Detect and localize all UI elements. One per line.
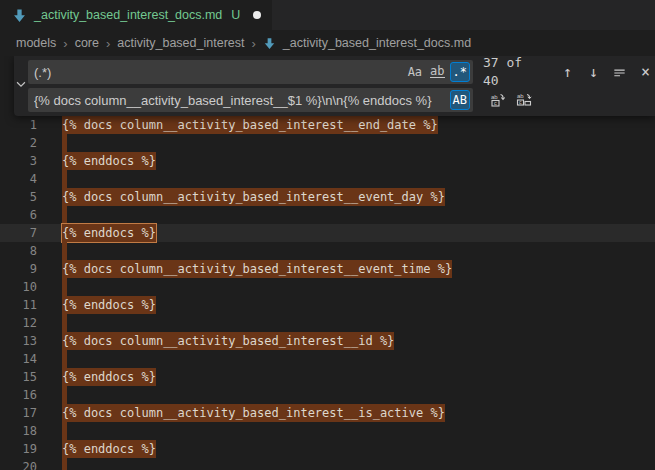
find-replace-widget: Aa ab .* 37 of 40 ↑ ↓ × <box>14 56 655 116</box>
line-number: 9 <box>0 260 37 278</box>
search-match: {% enddocs %} <box>62 440 156 458</box>
replace-icon: ab c <box>490 92 506 108</box>
find-input-box: Aa ab .* <box>28 60 473 84</box>
line-number: 16 <box>0 386 37 404</box>
editor-pane[interactable]: Aa ab .* 37 of 40 ↑ ↓ × <box>0 56 655 470</box>
line-number: 11 <box>0 296 37 314</box>
editor-line[interactable]: 15{% enddocs %} <box>0 368 655 386</box>
markdown-file-icon <box>263 37 276 50</box>
previous-match-button[interactable]: ↑ <box>556 61 579 83</box>
tab-title: _activity_based_interest_docs.md <box>34 8 222 22</box>
line-number: 8 <box>0 242 37 260</box>
line-content <box>62 170 67 188</box>
editor-line[interactable]: 13{% docs column__activity_based_interes… <box>0 332 655 350</box>
line-content <box>62 134 67 152</box>
search-match-empty <box>62 386 67 404</box>
preserve-case-toggle[interactable]: AB <box>450 90 470 110</box>
search-match: {% docs column__activity_based_interest_… <box>62 188 445 206</box>
search-match: {% docs column__activity_based_interest_… <box>62 404 445 422</box>
line-content <box>62 458 67 470</box>
search-match: {% docs column__activity_based_interest_… <box>62 332 394 350</box>
replace-input[interactable] <box>34 93 448 108</box>
editor-line[interactable]: 8 <box>0 242 655 260</box>
chevron-right-icon: › <box>63 36 67 51</box>
line-content: {% docs column__activity_based_interest_… <box>62 404 445 422</box>
search-match-empty <box>62 278 67 296</box>
find-input[interactable] <box>34 65 403 80</box>
line-number: 15 <box>0 368 37 386</box>
editor-line[interactable]: 19{% enddocs %} <box>0 440 655 458</box>
search-match-empty <box>62 422 67 440</box>
editor-line[interactable]: 16 <box>0 386 655 404</box>
line-content: {% docs column__activity_based_interest_… <box>62 188 445 206</box>
match-count: 37 of 40 <box>483 56 545 90</box>
search-match: {% docs column__activity_based_interest_… <box>62 260 452 278</box>
editor-line[interactable]: 17{% docs column__activity_based_interes… <box>0 404 655 422</box>
search-match-empty <box>62 170 67 188</box>
editor-tab[interactable]: _activity_based_interest_docs.md U <box>0 0 272 30</box>
editor-line[interactable]: 6 <box>0 206 655 224</box>
line-number: 4 <box>0 170 37 188</box>
line-content <box>62 242 67 260</box>
line-content: {% docs column__activity_based_interest_… <box>62 332 394 350</box>
svg-text:ab: ab <box>491 94 498 100</box>
editor-line[interactable]: 4 <box>0 170 655 188</box>
editor-line[interactable]: 20 <box>0 458 655 470</box>
editor-line[interactable]: 14 <box>0 350 655 368</box>
line-number: 1 <box>0 116 37 134</box>
match-case-toggle[interactable]: Aa <box>405 62 425 82</box>
line-number: 7 <box>0 224 37 242</box>
selection-lines-icon <box>612 65 627 80</box>
close-find-widget-button[interactable]: × <box>634 61 655 83</box>
whole-word-toggle[interactable]: ab <box>427 62 447 82</box>
breadcrumb-item-core[interactable]: core <box>75 36 99 50</box>
line-content: {% docs column__activity_based_interest_… <box>62 116 438 134</box>
toggle-replace-button[interactable] <box>14 60 28 112</box>
modified-dot-icon[interactable] <box>253 11 261 19</box>
line-number: 13 <box>0 332 37 350</box>
breadcrumb-item-file[interactable]: _activity_based_interest_docs.md <box>283 36 471 50</box>
replace-button[interactable]: ab c <box>486 89 509 111</box>
line-content <box>62 206 67 224</box>
next-match-button[interactable]: ↓ <box>582 61 605 83</box>
editor-line[interactable]: 5{% docs column__activity_based_interest… <box>0 188 655 206</box>
tab-bar: _activity_based_interest_docs.md U <box>0 0 655 30</box>
search-match: {% enddocs %} <box>62 368 156 386</box>
line-content: {% enddocs %} <box>62 440 156 458</box>
line-number: 18 <box>0 422 37 440</box>
current-search-match: {% enddocs %} <box>62 224 156 242</box>
breadcrumb-item-models[interactable]: models <box>16 36 56 50</box>
editor-line[interactable]: 10 <box>0 278 655 296</box>
line-content: {% enddocs %} <box>62 368 156 386</box>
line-number: 5 <box>0 188 37 206</box>
svg-text:ab: ab <box>517 93 524 99</box>
breadcrumb: models › core › activity_based_interest … <box>0 30 655 56</box>
editor-line[interactable]: 12 <box>0 314 655 332</box>
replace-actions: ab c ab <box>483 89 535 111</box>
regex-toggle[interactable]: .* <box>450 62 470 82</box>
editor-line[interactable]: 9{% docs column__activity_based_interest… <box>0 260 655 278</box>
editor-line[interactable]: 2 <box>0 134 655 152</box>
search-match: {% enddocs %} <box>62 152 156 170</box>
line-content: {% enddocs %} <box>62 224 156 242</box>
svg-text:c: c <box>494 100 497 106</box>
line-number: 6 <box>0 206 37 224</box>
editor-line[interactable]: 1{% docs column__activity_based_interest… <box>0 116 655 134</box>
editor-line[interactable]: 3{% enddocs %} <box>0 152 655 170</box>
line-number: 12 <box>0 314 37 332</box>
chevron-down-icon <box>14 77 28 96</box>
editor-line[interactable]: 11{% enddocs %} <box>0 296 655 314</box>
find-in-selection-button[interactable] <box>608 61 631 83</box>
breadcrumb-item-activity-based-interest[interactable]: activity_based_interest <box>117 36 244 50</box>
chevron-right-icon: › <box>251 36 255 51</box>
search-match-empty <box>62 242 67 260</box>
line-content: {% enddocs %} <box>62 152 156 170</box>
replace-all-button[interactable]: ab c <box>512 89 535 111</box>
search-match: {% enddocs %} <box>62 296 156 314</box>
editor-line[interactable]: 18 <box>0 422 655 440</box>
chevron-right-icon: › <box>106 36 110 51</box>
line-number: 19 <box>0 440 37 458</box>
line-number: 14 <box>0 350 37 368</box>
git-status-badge: U <box>231 8 240 22</box>
editor-line[interactable]: 7{% enddocs %} <box>0 224 655 242</box>
